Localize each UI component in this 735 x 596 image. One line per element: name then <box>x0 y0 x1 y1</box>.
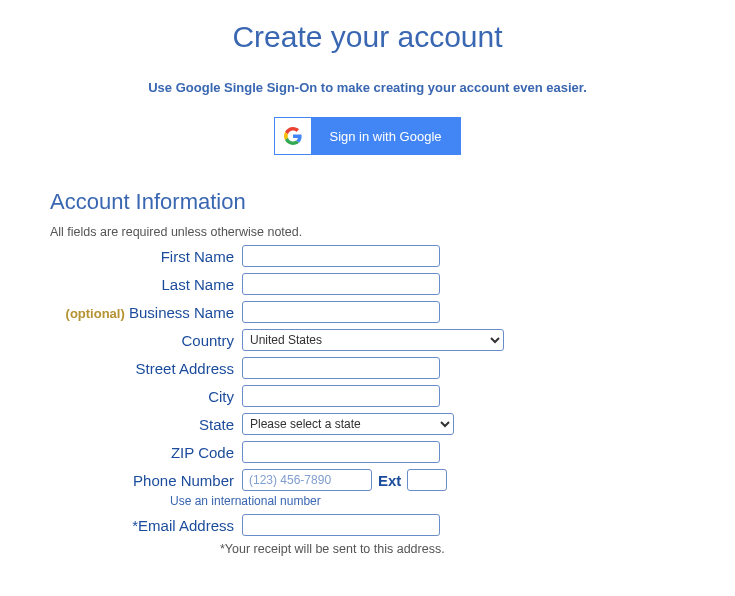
phone-input[interactable] <box>242 469 372 491</box>
email-input[interactable] <box>242 514 440 536</box>
business-name-input[interactable] <box>242 301 440 323</box>
country-label: Country <box>50 332 242 349</box>
country-select[interactable]: United States <box>242 329 504 351</box>
street-address-input[interactable] <box>242 357 440 379</box>
city-label: City <box>50 388 242 405</box>
intl-number-link[interactable]: Use an international number <box>170 494 321 508</box>
city-input[interactable] <box>242 385 440 407</box>
first-name-input[interactable] <box>242 245 440 267</box>
street-address-label: Street Address <box>50 360 242 377</box>
google-icon <box>275 118 311 154</box>
section-title: Account Information <box>50 189 685 215</box>
state-select[interactable]: Please select a state <box>242 413 454 435</box>
phone-label: Phone Number <box>50 472 242 489</box>
sso-description: Use Google Single Sign-On to make creati… <box>50 80 685 95</box>
ext-label: Ext <box>378 472 401 489</box>
business-name-label: (optional) Business Name <box>50 304 242 321</box>
last-name-input[interactable] <box>242 273 440 295</box>
required-note: All fields are required unless otherwise… <box>50 225 685 239</box>
first-name-label: First Name <box>50 248 242 265</box>
page-title: Create your account <box>50 20 685 54</box>
state-label: State <box>50 416 242 433</box>
zip-input[interactable] <box>242 441 440 463</box>
ext-input[interactable] <box>407 469 447 491</box>
zip-label: ZIP Code <box>50 444 242 461</box>
google-signin-label: Sign in with Google <box>311 118 459 154</box>
google-signin-button[interactable]: Sign in with Google <box>274 117 460 155</box>
last-name-label: Last Name <box>50 276 242 293</box>
email-label: *Email Address <box>50 517 242 534</box>
receipt-hint: *Your receipt will be sent to this addre… <box>50 542 685 556</box>
optional-tag: (optional) <box>66 306 125 321</box>
